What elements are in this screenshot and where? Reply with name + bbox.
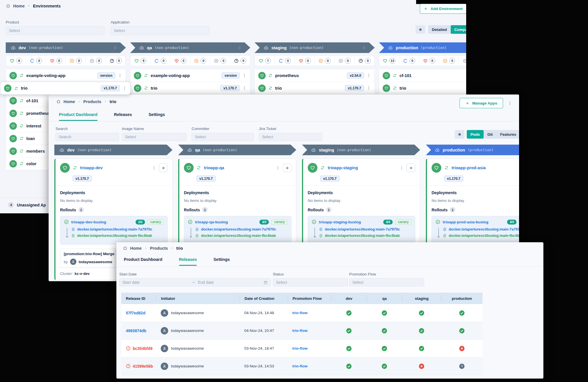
tab-settings[interactable]: Settings bbox=[148, 112, 165, 121]
application-row[interactable]: trio v1.170.7 bbox=[0, 82, 130, 94]
favorite-star-button[interactable] bbox=[283, 164, 291, 172]
unknown-count[interactable]: 0 bbox=[354, 56, 374, 66]
application-name[interactable]: trio bbox=[151, 86, 218, 90]
application-name[interactable]: trio bbox=[400, 86, 466, 90]
application-filter-select[interactable] bbox=[111, 26, 209, 35]
kebab-menu-icon[interactable] bbox=[367, 73, 371, 78]
suspended-count[interactable]: 0 bbox=[314, 56, 334, 66]
image-name[interactable]: docker.io/aperturesci/buslog:main-fbc4ba… bbox=[325, 233, 400, 238]
application-name-link[interactable]: trioapp-dev bbox=[80, 166, 149, 170]
environment-header[interactable]: production (production) bbox=[379, 42, 466, 53]
date-range-input[interactable]: Start date End date bbox=[119, 278, 271, 286]
promotion-flow-select[interactable] bbox=[349, 278, 424, 286]
drag-handle-icon[interactable] bbox=[237, 46, 242, 50]
environment-header[interactable]: staging (non-production) bbox=[302, 145, 420, 155]
version-badge[interactable]: v1.170.7 bbox=[196, 176, 216, 182]
image-name[interactable]: docker.io/aperturesci/buslog:main-7a7970… bbox=[325, 227, 400, 231]
promotion-flow-link[interactable]: trio-flow bbox=[288, 346, 331, 351]
kebab-menu-icon[interactable] bbox=[242, 73, 247, 78]
degraded-count[interactable]: 0 bbox=[295, 56, 315, 66]
environment-header[interactable]: dev (non-production) bbox=[54, 145, 172, 155]
view-compact-option[interactable]: Compact bbox=[451, 25, 466, 34]
favorites-filter-button[interactable] bbox=[455, 130, 464, 139]
breadcrumb-products-link[interactable]: Products bbox=[83, 99, 101, 104]
progressing-count[interactable]: 0 bbox=[399, 56, 419, 66]
breadcrumb-home-link[interactable]: Home bbox=[63, 99, 75, 104]
environment-header[interactable]: dev (non-production) bbox=[6, 42, 126, 53]
application-name[interactable]: trio bbox=[275, 86, 342, 90]
suspended-count[interactable]: 0 bbox=[439, 56, 459, 66]
version-badge[interactable]: v2.54.0 bbox=[347, 72, 364, 78]
release-row[interactable]: bc354bfd9 todaywasawesome 03-Nov-24, 18:… bbox=[121, 340, 482, 357]
tab-releases[interactable]: Releases bbox=[114, 112, 132, 121]
view-pods-option[interactable]: Pods bbox=[467, 130, 484, 139]
image-name[interactable]: docker.io/aperturesci/buslog:main-7a7970… bbox=[77, 227, 152, 231]
environment-header[interactable]: production (production) bbox=[426, 145, 519, 155]
view-features-option[interactable]: Features bbox=[496, 130, 519, 139]
tab-settings[interactable]: Settings bbox=[213, 257, 230, 266]
application-name-link[interactable]: trioapp-qa bbox=[204, 166, 273, 170]
missing-count[interactable]: 0 bbox=[459, 56, 466, 66]
promotion-flow-link[interactable]: trio-flow bbox=[288, 311, 331, 315]
release-row[interactable]: 57f7ed82d todaywasawesome 04-Nov-24, 14:… bbox=[121, 304, 482, 322]
jira-ticket-select[interactable] bbox=[259, 133, 322, 141]
kebab-menu-icon[interactable] bbox=[276, 166, 280, 170]
status-select[interactable] bbox=[273, 278, 348, 286]
application-name[interactable]: example-voting-app bbox=[26, 73, 95, 78]
image-name[interactable]: docker.io/aperturesci/buslog:main-7a7970… bbox=[201, 227, 276, 231]
image-name[interactable]: docker.io/aperturesci/buslog:main-fbc4ba… bbox=[77, 233, 152, 238]
home-icon[interactable] bbox=[56, 99, 61, 104]
favorite-star-button[interactable] bbox=[407, 164, 415, 172]
application-name[interactable]: example-voting-app bbox=[151, 73, 219, 78]
favorite-star-button[interactable] bbox=[159, 164, 168, 172]
unknown-count[interactable]: 0 bbox=[106, 56, 126, 66]
tab-product-dashboard[interactable]: Product Dashboard bbox=[124, 257, 162, 266]
view-git-option[interactable]: Git bbox=[484, 130, 496, 139]
release-id-link[interactable]: 41599e56b bbox=[133, 364, 153, 369]
application-row[interactable]: trio v1 bbox=[379, 82, 466, 94]
degraded-count[interactable]: 0 bbox=[419, 56, 439, 66]
image-name[interactable]: docker.io/aperturesci/buslog:main-fbc4ba… bbox=[201, 233, 276, 238]
application-name[interactable]: cf-101 bbox=[400, 73, 466, 78]
rollout-name-link[interactable]: trioapp-dev-buslog bbox=[71, 220, 133, 224]
application-row[interactable]: example-voting-app version bbox=[130, 69, 250, 82]
committer-select[interactable] bbox=[192, 133, 254, 141]
kebab-menu-icon[interactable] bbox=[122, 86, 127, 90]
image-name-select[interactable] bbox=[122, 133, 186, 141]
rollout-name-link[interactable]: trioapp-qa-buslog bbox=[195, 220, 257, 224]
environment-header[interactable]: qa (non-production) bbox=[130, 42, 250, 53]
rollout-name-link[interactable]: trioapp-staging-buslog bbox=[319, 220, 381, 224]
manage-apps-button[interactable]: Manage Apps bbox=[460, 98, 503, 108]
promotion-flow-link[interactable]: trio-flow bbox=[288, 328, 331, 333]
promotion-flow-link[interactable]: trio-flow bbox=[288, 364, 331, 368]
application-name-link[interactable]: trioapp-prod-asia bbox=[452, 166, 519, 170]
missing-count[interactable]: 0 bbox=[334, 56, 354, 66]
unknown-count[interactable]: 0 bbox=[230, 56, 250, 66]
product-filter-select[interactable] bbox=[6, 26, 104, 35]
tab-releases[interactable]: Releases bbox=[179, 257, 197, 266]
kebab-menu-icon[interactable] bbox=[152, 166, 156, 170]
release-row[interactable]: 4993874db todaywasawesome 04-Nov-24, 10:… bbox=[121, 322, 482, 340]
home-icon[interactable] bbox=[123, 246, 128, 251]
window-kebab-menu[interactable] bbox=[507, 100, 512, 106]
tab-product-dashboard[interactable]: Product Dashboard bbox=[59, 112, 98, 121]
kebab-menu-icon[interactable] bbox=[400, 166, 404, 170]
version-badge[interactable]: v1.170.7 bbox=[73, 176, 92, 182]
kebab-menu-icon[interactable] bbox=[118, 73, 122, 78]
kebab-menu-icon[interactable] bbox=[242, 86, 247, 90]
application-name[interactable]: trio bbox=[21, 86, 98, 90]
progressing-count[interactable]: 0 bbox=[275, 56, 295, 66]
calendar-icon[interactable] bbox=[263, 280, 268, 285]
release-id-link[interactable]: 57f7ed82d bbox=[126, 311, 145, 315]
release-id-link[interactable]: 4993874db bbox=[126, 328, 146, 333]
release-id-link[interactable]: bc354bfd9 bbox=[133, 346, 152, 351]
kebab-menu-icon[interactable] bbox=[367, 86, 371, 90]
application-name-link[interactable]: trioapp-staging bbox=[328, 166, 397, 170]
drag-handle-icon[interactable] bbox=[113, 46, 117, 50]
home-icon[interactable] bbox=[6, 3, 11, 8]
missing-count[interactable]: 0 bbox=[86, 56, 106, 66]
version-badge[interactable]: v1.170.7 bbox=[220, 85, 240, 91]
environment-header[interactable]: staging (non-production) bbox=[255, 42, 375, 53]
healthy-count[interactable]: 13 bbox=[379, 56, 399, 66]
suspended-count[interactable]: 0 bbox=[65, 56, 86, 66]
